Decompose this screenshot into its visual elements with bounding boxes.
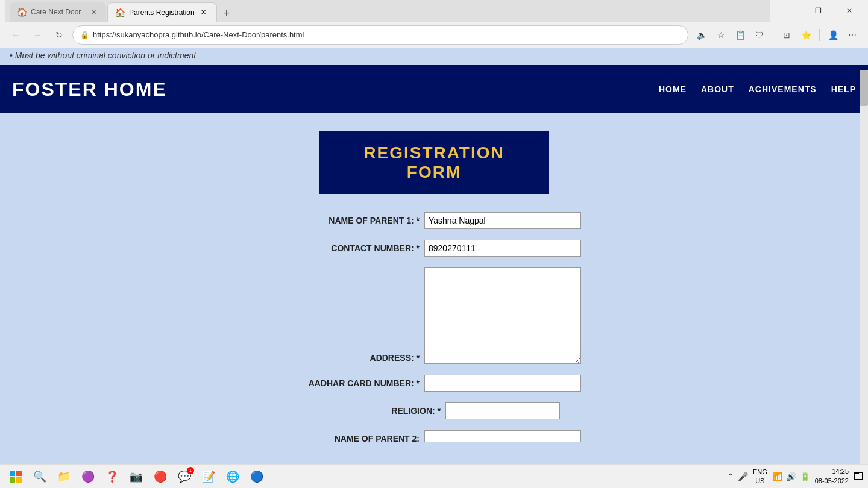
minimize-button[interactable]: — [773, 2, 800, 20]
site-title: FOSTER HOME [12, 78, 167, 101]
maximize-button[interactable]: ❐ [804, 2, 832, 20]
nav-achievements[interactable]: ACHIVEMENTS [749, 84, 817, 94]
aadhar-input[interactable] [424, 375, 581, 392]
title-bar: 🏠 Care Next Door ✕ 🏠 Parents Registratio… [0, 0, 868, 22]
aadhar-row: AADHAR CARD NUMBER: * [223, 375, 645, 392]
settings-button[interactable]: ⋯ [844, 27, 861, 43]
parent2-name-input[interactable] [424, 430, 581, 442]
top-banner: • Must be without criminal conviction or… [0, 48, 868, 65]
parent1-name-label: NAME OF PARENT 1: * [287, 216, 420, 225]
separator-1 [773, 29, 773, 41]
favorites-button[interactable]: ☆ [712, 27, 729, 43]
tab-close-1[interactable]: ✕ [88, 7, 99, 17]
tab-parents-registration[interactable]: 🏠 Parents Registration ✕ [107, 2, 217, 22]
separator-2 [819, 29, 820, 41]
tab-label-2: Parents Registration [129, 8, 195, 17]
address-label: ADDRESS: * [287, 353, 420, 364]
address-bar: ← → ↻ 🔒 https://sukanyachopra.github.io/… [0, 22, 868, 48]
tab-care-next-door[interactable]: 🏠 Care Next Door ✕ [10, 2, 106, 22]
address-textarea[interactable] [424, 267, 581, 364]
parent1-name-input[interactable] [424, 212, 581, 229]
browser-chrome: 🏠 Care Next Door ✕ 🏠 Parents Registratio… [0, 0, 868, 48]
tab-icon-1: 🏠 [17, 7, 27, 17]
aadhar-label: AADHAR CARD NUMBER: * [287, 378, 420, 388]
collections-button[interactable]: 📋 [732, 27, 749, 43]
scrollbar-thumb[interactable] [860, 70, 868, 106]
address-row: ADDRESS: * [223, 267, 645, 364]
nav-links: HOME ABOUT ACHIVEMENTS HELP [659, 84, 856, 94]
address-actions: 🔈 ☆ 📋 🛡 ⊡ ⭐ 👤 ⋯ [693, 27, 861, 43]
form-title-box: REGISTRATION FORM [319, 131, 549, 194]
nav-home[interactable]: HOME [659, 84, 687, 94]
url-bar[interactable]: 🔒 https://sukanyachopra.github.io/Care-N… [72, 25, 688, 45]
nav-about[interactable]: ABOUT [701, 84, 734, 94]
forward-button[interactable]: → [29, 27, 46, 43]
parent1-name-row: NAME OF PARENT 1: * [223, 212, 645, 229]
url-text: https://sukanyachopra.github.io/Care-Nex… [93, 30, 304, 39]
religion-input[interactable] [445, 402, 560, 419]
parent2-name-row: NAME OF PARENT 2: [223, 430, 645, 442]
new-tab-button[interactable]: + [218, 5, 235, 22]
form-title-line1: REGISTRATION [344, 143, 524, 163]
tab-label-1: Care Next Door [31, 8, 81, 16]
tab-close-2[interactable]: ✕ [198, 7, 209, 18]
window-controls: — ❐ ✕ [773, 2, 863, 20]
parent2-name-label: NAME OF PARENT 2: [287, 434, 420, 442]
contact-number-label: CONTACT NUMBER: * [287, 243, 420, 253]
back-button[interactable]: ← [7, 27, 24, 43]
site-navigation: FOSTER HOME HOME ABOUT ACHIVEMENTS HELP [0, 65, 868, 113]
close-button[interactable]: ✕ [835, 2, 863, 20]
read-aloud-button[interactable]: 🔈 [693, 27, 710, 43]
registration-form: NAME OF PARENT 1: * CONTACT NUMBER: * AD… [223, 212, 645, 442]
scrollbar-track [860, 70, 868, 442]
refresh-button[interactable]: ↻ [51, 27, 68, 43]
page-content: • Must be without criminal conviction or… [0, 48, 868, 442]
tab-icon-2: 🏠 [115, 8, 125, 17]
form-area: REGISTRATION FORM NAME OF PARENT 1: * CO… [0, 113, 868, 442]
profile-button[interactable]: 👤 [825, 27, 841, 43]
religion-label: RELIGION: * [308, 406, 441, 416]
form-title-line2: FORM [344, 163, 524, 182]
contact-number-row: CONTACT NUMBER: * [223, 240, 645, 257]
lock-icon: 🔒 [80, 31, 89, 39]
contact-number-input[interactable] [424, 240, 581, 257]
religion-row: RELIGION: * [223, 402, 645, 419]
split-screen-button[interactable]: ⊡ [778, 27, 795, 43]
nav-help[interactable]: HELP [831, 84, 856, 94]
favorites-star-button[interactable]: ⭐ [797, 27, 814, 43]
browser-essentials-button[interactable]: 🛡 [751, 27, 768, 43]
top-banner-text: • Must be without criminal conviction or… [10, 51, 196, 60]
